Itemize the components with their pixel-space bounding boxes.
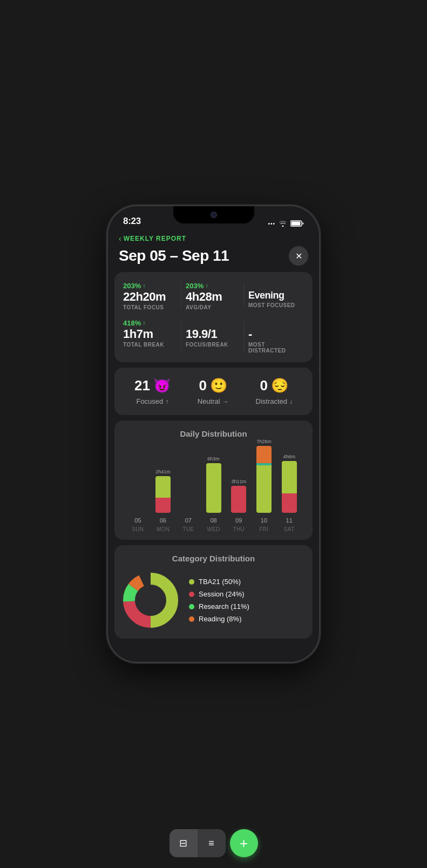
mood-distracted-count: 0 bbox=[260, 377, 268, 394]
battery-icon bbox=[290, 220, 304, 227]
stat-avg-day-label: AVG/DAY bbox=[186, 304, 211, 310]
stat-most-distracted: - MOST DISTRACTED bbox=[244, 318, 306, 354]
notch bbox=[173, 206, 254, 223]
legend-text: Reading (8%) bbox=[199, 615, 242, 623]
mood-focused-emoji: 😈 bbox=[153, 377, 171, 394]
bar-stack bbox=[206, 463, 221, 513]
bar-stack bbox=[282, 461, 297, 513]
header-row: Sep 05 – Sep 11 ✕ bbox=[119, 246, 308, 266]
bar-label-top: 4h6m bbox=[283, 454, 295, 459]
status-icons: ••• bbox=[268, 220, 304, 227]
mood-neutral-label: Neutral → bbox=[198, 397, 229, 405]
category-legend: TBA21 (50%)Session (24%)Research (11%)Re… bbox=[189, 578, 306, 623]
back-navigation[interactable]: ‹ WEEKLY REPORT bbox=[119, 234, 308, 243]
bar-stack bbox=[231, 486, 246, 513]
date-range: Sep 05 – Sep 11 bbox=[119, 247, 229, 265]
stat-focus-break-label: FOCUS/BREAK bbox=[186, 342, 228, 348]
stat-total-break-percent: 418% ↑ bbox=[123, 318, 146, 328]
stat-avg-day: 203% ↑ 4h28m AVG/DAY bbox=[181, 281, 243, 310]
legend-item: Session (24%) bbox=[189, 590, 306, 598]
stat-focus-break-percent bbox=[186, 318, 188, 328]
mood-neutral-count: 0 bbox=[199, 377, 206, 394]
bar-day-label: 06MON bbox=[157, 517, 170, 533]
bar-label-top: 3h11m bbox=[231, 479, 246, 484]
legend-dot bbox=[189, 579, 194, 585]
phone-screen: 8:23 ••• ‹ bbox=[108, 206, 319, 662]
legend-item: TBA21 (50%) bbox=[189, 578, 306, 586]
stats-card: 203% ↑ 22h20m TOTAL FOCUS 203% ↑ 4h28m bbox=[114, 272, 313, 362]
stat-total-break-value: 1h7m bbox=[123, 328, 153, 341]
mood-distracted: 0 😔 Distracted ↓ bbox=[256, 377, 293, 405]
bar-col: 07TUE bbox=[175, 511, 201, 533]
bar-col: 6h3m08WED bbox=[201, 456, 226, 533]
category-content: TBA21 (50%)Session (24%)Research (11%)Re… bbox=[121, 571, 306, 630]
mood-focused-count: 21 bbox=[134, 377, 150, 394]
bar-label-top: 7h26m bbox=[256, 439, 272, 444]
bar-day-label: 08WED bbox=[207, 517, 220, 533]
phone-frame: 8:23 ••• ‹ bbox=[108, 206, 319, 662]
back-chevron-icon: ‹ bbox=[119, 234, 121, 243]
category-title: Category Distribution bbox=[121, 554, 306, 563]
status-time: 8:23 bbox=[123, 216, 141, 227]
stat-most-focused: Evening MOST FOCUSED bbox=[244, 281, 306, 310]
stat-most-focused-label: MOST FOCUSED bbox=[248, 302, 295, 308]
main-content: ‹ WEEKLY REPORT Sep 05 – Sep 11 ✕ 203% bbox=[108, 230, 319, 662]
mood-distracted-label: Distracted ↓ bbox=[256, 397, 293, 405]
mood-neutral-emoji: 🙂 bbox=[210, 377, 227, 394]
mood-distracted-row: 0 😔 bbox=[260, 377, 288, 394]
mood-focused: 21 😈 Focused ↑ bbox=[134, 377, 171, 405]
legend-item: Reading (8%) bbox=[189, 615, 306, 623]
stats-row-2: 418% ↑ 1h7m TOTAL BREAK 19.9/1 FOCUS/BRE… bbox=[121, 318, 306, 354]
back-label: WEEKLY REPORT bbox=[124, 235, 186, 242]
legend-text: Research (11%) bbox=[199, 602, 249, 611]
legend-dot bbox=[189, 592, 194, 597]
bar-day-label: 07TUE bbox=[182, 517, 194, 533]
close-icon: ✕ bbox=[295, 251, 302, 261]
mood-neutral: 0 🙂 Neutral → bbox=[198, 377, 229, 405]
stat-most-distracted-label: MOST DISTRACTED bbox=[248, 342, 302, 354]
bar-stack bbox=[256, 446, 272, 513]
stat-focus-break-value: 19.9/1 bbox=[186, 328, 217, 341]
legend-dot bbox=[189, 604, 194, 609]
mood-neutral-row: 0 🙂 bbox=[199, 377, 227, 394]
stat-most-distracted-value: - bbox=[248, 328, 252, 341]
bar-day-label: 11SAT bbox=[284, 517, 295, 533]
legend-text: Session (24%) bbox=[199, 590, 245, 598]
bar-label-top: 6h3m bbox=[207, 456, 220, 462]
bar-label-top: 2h41m bbox=[155, 469, 171, 474]
bar-col: 4h6m11SAT bbox=[276, 454, 302, 533]
stat-total-focus-percent: 203% ↑ bbox=[123, 281, 146, 290]
close-button[interactable]: ✕ bbox=[289, 246, 308, 266]
svg-rect-1 bbox=[292, 222, 301, 226]
bar-chart: 05SUN2h41m06MON07TUE6h3m08WED3h11m09THU7… bbox=[121, 447, 306, 533]
stat-total-break-label: TOTAL BREAK bbox=[123, 342, 164, 348]
bar-col: 3h11m09THU bbox=[226, 479, 252, 533]
donut-chart bbox=[121, 571, 180, 630]
legend-text: TBA21 (50%) bbox=[199, 578, 241, 586]
category-card: Category Distribution bbox=[114, 545, 313, 639]
chart-card: Daily Distribution 05SUN2h41m06MON07TUE6… bbox=[114, 421, 313, 540]
stats-row-1: 203% ↑ 22h20m TOTAL FOCUS 203% ↑ 4h28m bbox=[121, 281, 306, 310]
stat-avg-day-percent: 203% ↑ bbox=[186, 281, 208, 290]
stat-avg-day-value: 4h28m bbox=[186, 290, 222, 303]
bar-day-label: 10FRI bbox=[259, 517, 268, 533]
legend-item: Research (11%) bbox=[189, 602, 306, 611]
signal-dots-icon: ••• bbox=[268, 221, 275, 227]
mood-focused-label: Focused ↑ bbox=[136, 397, 168, 405]
mood-distracted-emoji: 😔 bbox=[271, 377, 288, 394]
stat-total-focus-label: TOTAL FOCUS bbox=[123, 304, 164, 310]
bar-col: 05SUN bbox=[125, 511, 151, 533]
stat-total-break: 418% ↑ 1h7m TOTAL BREAK bbox=[121, 318, 181, 354]
stat-total-focus: 203% ↑ 22h20m TOTAL FOCUS bbox=[121, 281, 181, 310]
bar-day-label: 09THU bbox=[233, 517, 245, 533]
chart-title: Daily Distribution bbox=[121, 429, 306, 438]
stat-most-distracted-percent bbox=[248, 318, 250, 328]
stat-most-focused-percent bbox=[248, 281, 250, 290]
legend-dot bbox=[189, 616, 194, 622]
stat-most-focused-value: Evening bbox=[248, 290, 284, 301]
mood-card: 21 😈 Focused ↑ 0 🙂 Neutral → bbox=[114, 368, 313, 415]
mood-focused-row: 21 😈 bbox=[134, 377, 171, 394]
stat-total-focus-value: 22h20m bbox=[123, 290, 166, 303]
stat-focus-break: 19.9/1 FOCUS/BREAK bbox=[181, 318, 243, 354]
bar-stack bbox=[155, 476, 171, 513]
